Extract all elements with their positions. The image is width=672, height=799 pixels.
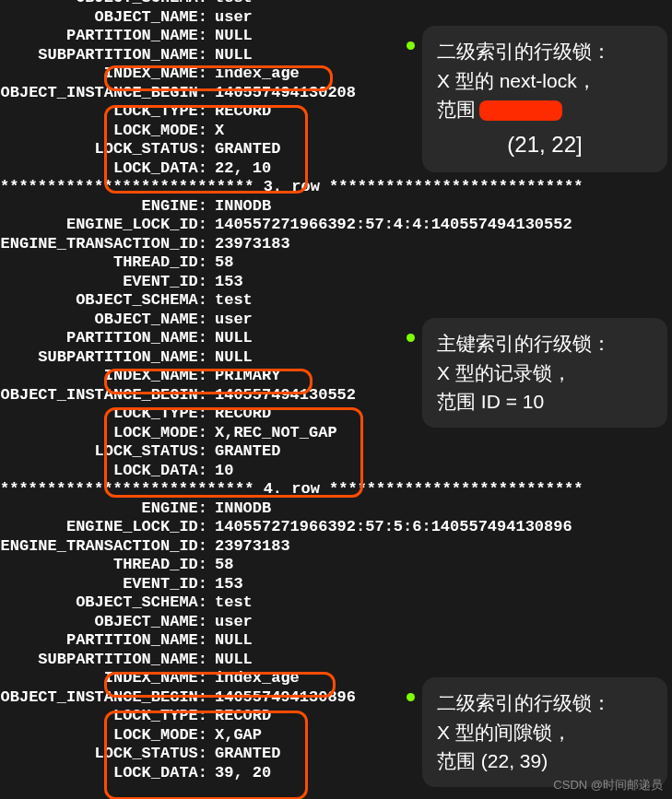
terminal-row: PARTITION_NAME:NULL bbox=[0, 631, 253, 651]
field-value: user bbox=[207, 311, 253, 330]
field-label: INDEX_NAME: bbox=[0, 367, 207, 386]
terminal-row: *************************** 3. row *****… bbox=[0, 178, 672, 197]
terminal-row: OBJECT_INSTANCE_BEGIN:140557494130208 bbox=[0, 84, 356, 103]
field-label: LOCK_STATUS: bbox=[0, 745, 207, 764]
field-label: ENGINE_LOCK_ID: bbox=[0, 216, 207, 235]
field-label: OBJECT_SCHEMA: bbox=[0, 593, 207, 613]
field-label: LOCK_TYPE: bbox=[0, 405, 207, 424]
field-value: test bbox=[207, 593, 253, 613]
terminal-row: OBJECT_NAME:user bbox=[0, 8, 253, 28]
field-value: X,REC_NOT_GAP bbox=[207, 424, 337, 443]
bullet-icon bbox=[407, 693, 415, 701]
terminal-row: INDEX_NAME:index_age bbox=[0, 669, 300, 688]
terminal-row: ENGINE_LOCK_ID:140557271966392:57:4:4:14… bbox=[0, 216, 572, 235]
note-text: X 型的 next-lock， bbox=[437, 66, 653, 96]
terminal-row: ENGINE_TRANSACTION_ID:23973183 bbox=[0, 235, 290, 254]
terminal-row: OBJECT_SCHEMA:test bbox=[0, 0, 253, 8]
field-value: index_age bbox=[207, 669, 300, 688]
terminal-row: LOCK_DATA:22, 10 bbox=[0, 159, 271, 179]
terminal-row: EVENT_ID:153 bbox=[0, 273, 243, 292]
field-label: SUBPARTITION_NAME: bbox=[0, 46, 207, 65]
field-label: EVENT_ID: bbox=[0, 575, 207, 594]
terminal-row: INDEX_NAME:PRIMARY bbox=[0, 367, 280, 386]
field-value: 140557271966392:57:4:4:140557494130552 bbox=[207, 216, 572, 235]
field-value: 140557494130208 bbox=[207, 84, 356, 103]
terminal-row: EVENT_ID:153 bbox=[0, 575, 243, 594]
terminal-row: LOCK_STATUS:GRANTED bbox=[0, 442, 280, 462]
field-label: OBJECT_NAME: bbox=[0, 8, 207, 28]
field-label: LOCK_MODE: bbox=[0, 424, 207, 443]
field-label: OBJECT_NAME: bbox=[0, 613, 207, 632]
field-value: NULL bbox=[207, 651, 253, 670]
field-value: 153 bbox=[207, 273, 243, 292]
field-label: INDEX_NAME: bbox=[0, 669, 207, 688]
field-value: 10 bbox=[207, 462, 233, 481]
terminal-row: PARTITION_NAME:NULL bbox=[0, 27, 253, 46]
field-value: 23973183 bbox=[207, 235, 290, 254]
field-label: INDEX_NAME: bbox=[0, 65, 207, 84]
field-label: LOCK_DATA: bbox=[0, 764, 207, 783]
field-value: X bbox=[207, 122, 224, 141]
field-value: user bbox=[207, 613, 253, 632]
note-text: 二级索引的行级锁： bbox=[437, 37, 653, 66]
field-value: PRIMARY bbox=[207, 367, 280, 386]
field-label: PARTITION_NAME: bbox=[0, 329, 207, 348]
field-label: LOCK_TYPE: bbox=[0, 707, 207, 726]
field-value: test bbox=[207, 0, 253, 8]
field-label: OBJECT_SCHEMA: bbox=[0, 0, 207, 8]
terminal-row: *************************** 4. row *****… bbox=[0, 480, 672, 499]
field-label: EVENT_ID: bbox=[0, 273, 207, 292]
field-value: NULL bbox=[207, 329, 253, 348]
terminal-row: LOCK_MODE:X,REC_NOT_GAP bbox=[0, 424, 337, 443]
field-label: OBJECT_NAME: bbox=[0, 311, 207, 330]
note-range: (21, 22] bbox=[437, 128, 653, 161]
field-label: LOCK_STATUS: bbox=[0, 442, 207, 462]
field-label: ENGINE: bbox=[0, 499, 207, 519]
field-value: GRANTED bbox=[207, 140, 280, 159]
field-value: INNODB bbox=[207, 197, 271, 217]
note-text: 二级索引的行级锁： bbox=[437, 688, 653, 718]
bullet-icon bbox=[407, 334, 415, 342]
field-label: SUBPARTITION_NAME: bbox=[0, 348, 207, 368]
note-text: 范围 (22, 39) bbox=[437, 746, 653, 776]
terminal-row: LOCK_TYPE:RECORD bbox=[0, 707, 271, 726]
terminal-row: LOCK_TYPE:RECORD bbox=[0, 405, 271, 424]
field-value: NULL bbox=[207, 631, 253, 651]
terminal-row: LOCK_DATA:39, 20 bbox=[0, 764, 271, 783]
terminal-row: OBJECT_SCHEMA:test bbox=[0, 593, 253, 613]
terminal-row: OBJECT_NAME:user bbox=[0, 311, 253, 330]
note-text: 范围 ID = 10 bbox=[437, 387, 653, 417]
field-label: OBJECT_SCHEMA: bbox=[0, 291, 207, 311]
field-value: GRANTED bbox=[207, 442, 280, 462]
watermark-text: CSDN @时间邮递员 bbox=[553, 777, 663, 793]
field-value: NULL bbox=[207, 348, 253, 368]
note-text: X 型的记录锁， bbox=[437, 358, 653, 388]
terminal-row: THREAD_ID:58 bbox=[0, 556, 233, 575]
field-label: ENGINE: bbox=[0, 197, 207, 217]
annotation-note-1: 二级索引的行级锁： X 型的 next-lock， 范围 (21, 22] bbox=[422, 26, 667, 172]
note-text: 范围 bbox=[437, 95, 653, 124]
field-label: LOCK_STATUS: bbox=[0, 140, 207, 159]
field-value: RECORD bbox=[207, 102, 271, 122]
field-value: 58 bbox=[207, 556, 233, 575]
terminal-row: LOCK_STATUS:GRANTED bbox=[0, 745, 280, 764]
terminal-row: LOCK_DATA:10 bbox=[0, 462, 233, 481]
terminal-row: ENGINE_LOCK_ID:140557271966392:57:5:6:14… bbox=[0, 518, 572, 537]
field-label: ENGINE_TRANSACTION_ID: bbox=[0, 537, 207, 557]
field-label: ENGINE_LOCK_ID: bbox=[0, 518, 207, 537]
field-label: LOCK_DATA: bbox=[0, 159, 207, 179]
field-value: user bbox=[207, 8, 253, 28]
bullet-icon bbox=[407, 41, 415, 50]
field-value: NULL bbox=[207, 46, 253, 65]
field-value: RECORD bbox=[207, 405, 271, 424]
field-label: SUBPARTITION_NAME: bbox=[0, 651, 207, 670]
terminal-row: OBJECT_NAME:user bbox=[0, 613, 253, 632]
terminal-row: SUBPARTITION_NAME:NULL bbox=[0, 348, 253, 368]
field-value: RECORD bbox=[207, 707, 271, 726]
terminal-row: LOCK_STATUS:GRANTED bbox=[0, 140, 280, 159]
terminal-row: LOCK_TYPE:RECORD bbox=[0, 102, 271, 122]
annotation-note-3: 二级索引的行级锁： X 型的间隙锁， 范围 (22, 39) bbox=[422, 677, 667, 787]
field-value: 58 bbox=[207, 253, 233, 273]
terminal-row: ENGINE_TRANSACTION_ID:23973183 bbox=[0, 537, 290, 557]
field-value: index_age bbox=[207, 65, 300, 84]
